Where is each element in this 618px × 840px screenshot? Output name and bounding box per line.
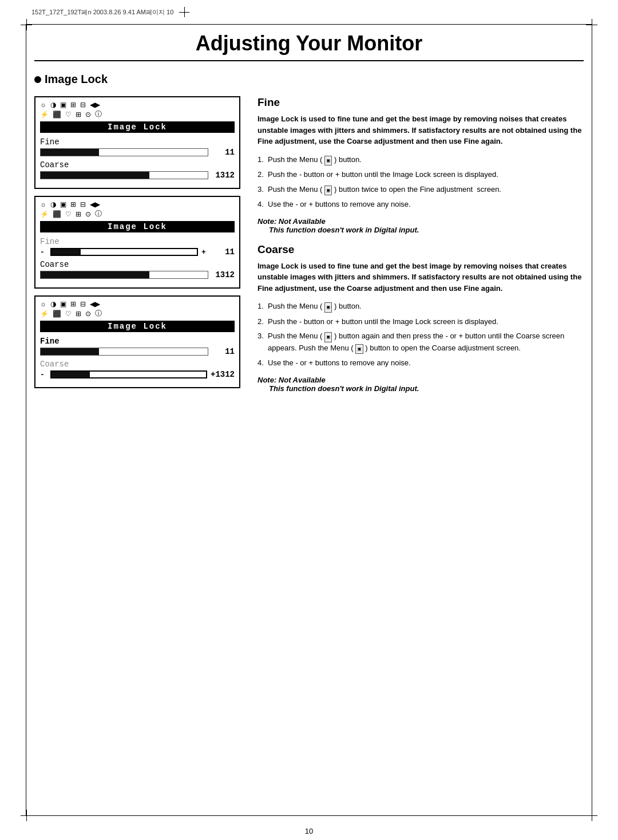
clock-icon-2: ⊙ [85,210,91,218]
grid-icon: ⊞ [76,111,81,119]
fine-suffix-2: + [201,248,208,257]
coarse-bar-container-2 [40,271,208,279]
page-border-bottom [26,815,592,816]
screen-icon-3: ⊟ [80,300,86,308]
fine-step-1-num: 1. [258,154,264,165]
monitor-screen-1: ☼ ◑ ▣ ⊞ ⊟ ◀▶ ⚡ ⬛ ♡ ⊞ ⊙ ⓘ [34,96,240,189]
imagelock-icon: ▣ [60,101,66,109]
coarse-step-3-num: 3. [258,330,264,342]
corner-tl-crosshair [21,19,32,30]
coarse-bar-row-1: 1312 [40,171,235,180]
right-column: Fine Image Lock is used to fine tune and… [258,96,584,402]
heart-icon: ♡ [65,111,72,119]
monitor-screen-2: ☼ ◑ ▣ ⊞ ⊟ ◀▶ ⚡ ⬛ ♡ ⊞ ⊙ ⓘ [34,196,240,289]
coarse-bar-fill-2 [41,271,149,278]
coarse-bar-container-3 [50,370,207,378]
section-bullet [34,76,41,83]
position-icon: ⊞ [70,101,76,109]
info-icon: ⓘ [95,109,102,119]
contrast-icon-3: ◑ [50,300,56,308]
fine-label-1: Fine [40,137,235,147]
fine-bar-container-2 [50,248,198,256]
left-column: ☼ ◑ ▣ ⊞ ⊟ ◀▶ ⚡ ⬛ ♡ ⊞ ⊙ ⓘ [34,96,240,402]
title-divider [34,60,584,61]
icons-bottom-group-1: ⚡ ⬛ ♡ ⊞ ⊙ ⓘ [40,109,102,119]
coarse-note-text: This function doesn't work in Digital in… [258,384,584,393]
coarse-bar-container-1 [40,171,208,179]
section-title-text: Image Lock [45,73,108,86]
coarse-bar-track-3 [50,370,207,378]
coarse-row-1: Coarse 1312 [40,160,235,180]
coarse-heading: Coarse [258,243,584,256]
icons-bottom-group-3: ⚡ ⬛ ♡ ⊞ ⊙ ⓘ [40,309,102,318]
coarse-note-block: Note: Not Available This function doesn'… [258,376,584,393]
fine-step-4-num: 4. [258,199,264,210]
page-border-right [592,24,592,816]
corner-tr-crosshair [586,19,597,30]
fine-label-3: Fine [40,337,235,346]
two-col-layout: ☼ ◑ ▣ ⊞ ⊟ ◀▶ ⚡ ⬛ ♡ ⊞ ⊙ ⓘ [34,96,584,402]
fine-label-2: Fine [40,237,235,246]
coarse-step-3: 3. Push the Menu ( ▣ ) button again and … [258,330,584,354]
info-icon-3: ⓘ [95,309,102,318]
icons-top-row-2: ☼ ◑ ▣ ⊞ ⊟ ◀▶ [40,200,235,208]
position-icon-2: ⊞ [70,200,76,208]
coarse-prefix-3: - [40,370,47,379]
image-lock-bar-3: Image Lock [40,321,235,332]
imagelock-icon-3: ▣ [60,300,66,308]
print-info: 152T_172T_192T페n 2003.8.26 9.41 AM페이지 10 [31,8,173,17]
coarse-step-1: 1. Push the Menu ( ▣ ) button. [258,301,584,313]
corner-bl-crosshair [21,810,32,821]
fine-note-text: This function doesn't work in Digital in… [258,226,584,234]
fine-bar-row-3: 11 [40,347,235,356]
icons-bottom-row-2: ⚡ ⬛ ♡ ⊞ ⊙ ⓘ [40,209,235,219]
grid-icon-3: ⊞ [76,310,81,318]
menu-btn-coarse-1: ▣ [324,302,332,313]
icons-bottom-row-1: ⚡ ⬛ ♡ ⊞ ⊙ ⓘ [40,109,235,119]
menu-btn-coarse-3b: ▣ [355,344,363,354]
icons-top-group-left-2: ☼ ◑ ▣ ⊞ ⊟ ◀▶ [40,200,100,208]
print-header: 152T_172T_192T페n 2003.8.26 9.41 AM페이지 10 [31,7,189,17]
contrast-icon: ◑ [50,101,56,109]
fine-row-1: Fine 11 [40,137,235,157]
icons-top-group-left-1: ☼ ◑ ▣ ⊞ ⊟ ◀▶ [40,101,100,109]
menu-btn-coarse-3a: ▣ [324,332,332,342]
fine-value-2: 11 [212,247,235,257]
clock-icon: ⊙ [85,111,91,119]
k-icon: ⚡ [40,111,49,119]
brightness-icon: ☼ [40,101,46,109]
screen-icon: ⊟ [80,101,86,109]
contrast-icon-2: ◑ [50,200,56,208]
fine-description: Image Lock is used to fine tune and get … [258,113,584,147]
page-border-left [26,24,26,816]
coarse-label-2: Coarse [40,260,235,269]
coarse-bar-fill-1 [41,172,149,179]
fine-bar-track-3 [40,348,208,356]
imagelock-icon-2: ▣ [60,200,66,208]
corner-br-crosshair [586,810,597,821]
fine-step-4: 4. Use the - or + buttons to remove any … [258,199,584,210]
fine-bar-fill-2 [52,249,81,255]
video-icon-2: ◀▶ [90,200,100,208]
fine-bar-container-1 [40,148,208,156]
icons-top-group-left-3: ☼ ◑ ▣ ⊞ ⊟ ◀▶ [40,300,100,308]
fine-bar-track-1 [40,148,208,156]
fine-row-3: Fine 11 [40,337,235,356]
image-lock-bar-2: Image Lock [40,221,235,232]
brightness-icon-2: ☼ [40,200,46,208]
clock-icon-3: ⊙ [85,310,91,318]
fine-value-3: 11 [212,347,235,356]
icons-bottom-group-2: ⚡ ⬛ ♡ ⊞ ⊙ ⓘ [40,209,102,219]
monitor-screen-3: ☼ ◑ ▣ ⊞ ⊟ ◀▶ ⚡ ⬛ ♡ ⊞ ⊙ ⓘ [34,295,240,388]
fine-bar-track-2 [50,248,198,256]
coarse-value-3: +1312 [211,370,235,379]
coarse-bar-row-2: 1312 [40,270,235,279]
coarse-bar-track-1 [40,171,208,179]
content-area: Adjusting Your Monitor Image Lock ☼ ◑ ▣ … [34,31,584,809]
page-border-top [26,24,592,25]
fine-row-2: Fine - + 11 [40,237,235,257]
coarse-step-2: 2. Push the - button or + button until t… [258,316,584,328]
kb-icon-3: ⬛ [53,310,61,318]
coarse-bar-track-2 [40,271,208,279]
icons-top-row-3: ☼ ◑ ▣ ⊞ ⊟ ◀▶ [40,300,235,308]
